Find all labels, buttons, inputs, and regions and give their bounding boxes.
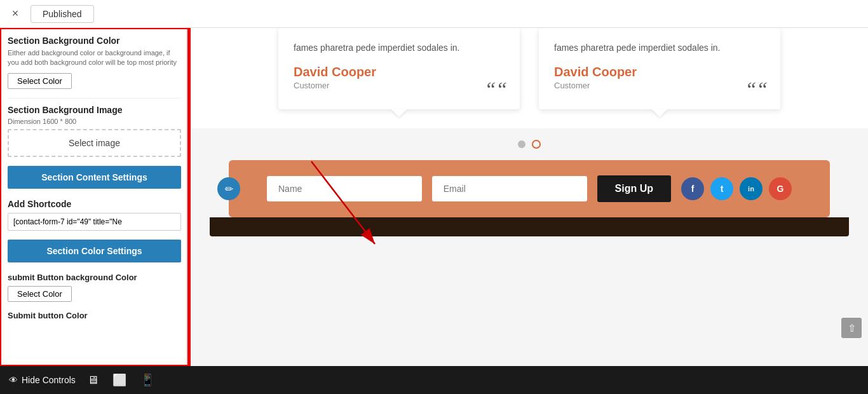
close-button[interactable]: ×: [6, 5, 24, 23]
testimonial-text-2: fames pharetra pede imperdiet sodales in…: [554, 41, 765, 55]
social-icons: f t in G: [681, 177, 792, 200]
hide-controls-label: Hide Controls: [22, 375, 76, 385]
select-color-button-1[interactable]: Select Color: [8, 73, 72, 89]
select-color-button-2[interactable]: Select Color: [8, 286, 72, 302]
quote-mark-1: ““: [484, 79, 507, 99]
newsletter-wrapper: ✏ Sign Up f t in G: [210, 160, 849, 217]
facebook-icon[interactable]: f: [681, 177, 704, 200]
published-button[interactable]: Published: [31, 5, 94, 23]
footer-strip: [210, 217, 849, 236]
testimonial-card-2: fames pharetra pede imperdiet sodales in…: [539, 28, 780, 109]
signup-button[interactable]: Sign Up: [597, 175, 671, 202]
content-settings-button[interactable]: Section Content Settings: [8, 166, 181, 189]
eye-icon: 👁: [9, 375, 18, 385]
email-input[interactable]: [432, 176, 587, 201]
testimonial-role-1: Customer: [294, 81, 505, 90]
scroll-up-button[interactable]: ⇧: [841, 318, 862, 338]
bg-color-desc: Either add background color or backgroun…: [8, 48, 181, 68]
name-input[interactable]: [267, 176, 422, 201]
desktop-icon[interactable]: 🖥: [85, 371, 101, 390]
newsletter-section: ✏ Sign Up f t in G: [229, 160, 830, 217]
main-area: Section Background Color Either add back…: [0, 28, 868, 366]
submit-bg-label: submit Button background Color: [8, 273, 181, 282]
linkedin-icon[interactable]: in: [740, 177, 763, 200]
content-settings-section: Section Content Settings: [8, 166, 181, 190]
submit-bg-color-section: submit Button background Color Select Co…: [8, 273, 181, 302]
submit-color-label: Submit button Color: [8, 311, 181, 320]
twitter-icon[interactable]: t: [710, 177, 733, 200]
left-panel: Section Background Color Either add back…: [0, 28, 191, 366]
scrollbar[interactable]: [186, 28, 189, 366]
shortcode-input[interactable]: [8, 213, 181, 231]
submit-color-section: Submit button Color: [8, 311, 181, 320]
shortcode-label: Add Shortcode: [8, 199, 181, 209]
edit-icon[interactable]: ✏: [217, 177, 240, 200]
testimonials-area: fames pharetra pede imperdiet sodales in…: [191, 28, 868, 128]
testimonial-text-1: fames pharetra pede imperdiet sodales in…: [294, 41, 505, 55]
bg-image-dimension: Dimension 1600 * 800: [8, 118, 181, 125]
color-settings-button[interactable]: Section Color Settings: [8, 240, 181, 262]
color-settings-section: Section Color Settings: [8, 240, 181, 264]
right-content: fames pharetra pede imperdiet sodales in…: [191, 28, 868, 366]
hide-controls-button[interactable]: 👁 Hide Controls: [9, 375, 76, 385]
dots-navigation: [191, 128, 868, 160]
tablet-icon[interactable]: ⬜: [110, 370, 129, 390]
testimonial-role-2: Customer: [554, 81, 765, 90]
bg-image-section: Section Background Image Dimension 1600 …: [8, 105, 181, 157]
pencil-icon: ✏: [225, 183, 233, 195]
bg-color-title: Section Background Color: [8, 36, 181, 46]
mobile-icon[interactable]: 📱: [138, 370, 157, 390]
bg-image-title: Section Background Image: [8, 105, 181, 115]
testimonial-card-1: fames pharetra pede imperdiet sodales in…: [278, 28, 520, 109]
bottom-bar: 👁 Hide Controls 🖥 ⬜ 📱: [0, 366, 868, 394]
top-bar: × Published: [0, 0, 868, 28]
quote-mark-2: ““: [745, 79, 768, 99]
dot-2[interactable]: [532, 140, 541, 149]
shortcode-section: Add Shortcode: [8, 199, 181, 231]
dot-1[interactable]: [518, 140, 526, 148]
bg-color-section: Section Background Color Either add back…: [8, 36, 181, 89]
testimonial-name-1: David Cooper: [294, 65, 505, 79]
select-image-area[interactable]: Select image: [8, 129, 181, 157]
testimonial-name-2: David Cooper: [554, 65, 765, 79]
google-icon[interactable]: G: [769, 177, 792, 200]
